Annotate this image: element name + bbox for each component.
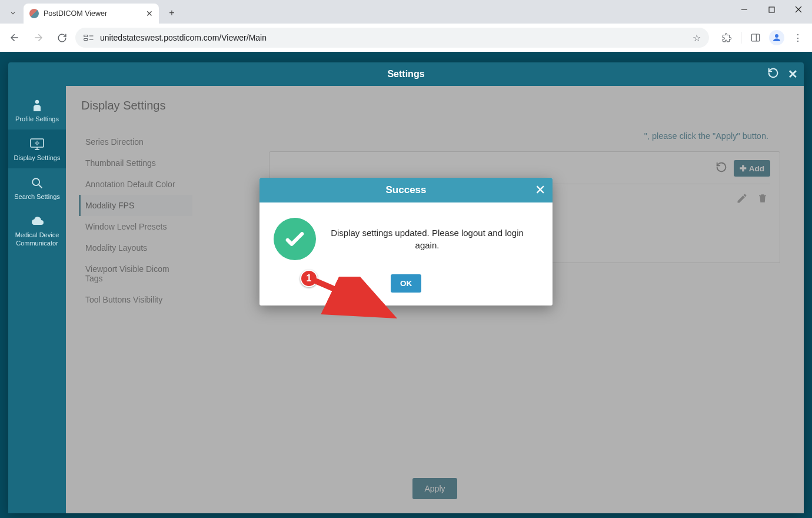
arrow-right-icon	[33, 32, 44, 43]
reload-button[interactable]	[52, 28, 72, 48]
browser-chrome: PostDICOM Viewer ✕ + unitedstateswest.po…	[0, 0, 812, 52]
svg-rect-12	[31, 139, 44, 147]
person-icon	[32, 98, 42, 113]
extensions-icon[interactable]	[717, 28, 736, 47]
tab-title: PostDICOM Viewer	[44, 9, 141, 18]
reload-icon	[57, 33, 67, 43]
nav-search-settings[interactable]: Search Settings	[8, 168, 66, 207]
search-icon	[31, 175, 44, 191]
success-dialog: Success ✕ Display settings updated. Plea…	[259, 178, 553, 306]
browser-menu-button[interactable]: ⋮	[788, 28, 807, 47]
nav-profile-settings[interactable]: Profile Settings	[8, 91, 66, 130]
favicon-icon	[29, 9, 39, 18]
svg-point-10	[775, 34, 778, 38]
forward-button[interactable]	[28, 28, 48, 48]
toolbar-right: ⋮	[713, 28, 807, 47]
svg-rect-8	[751, 34, 759, 41]
toolbar-separator	[741, 32, 741, 44]
nav-label: Search Settings	[14, 193, 60, 201]
svg-rect-1	[769, 7, 774, 12]
url-text: unitedstateswest.postdicom.com/Viewer/Ma…	[100, 33, 687, 42]
close-icon[interactable]: ✕	[146, 9, 153, 18]
sidepanel-icon[interactable]	[746, 28, 765, 47]
maximize-button[interactable]	[758, 0, 785, 19]
monitor-gear-icon	[29, 137, 45, 152]
dialog-header: Success ✕	[259, 178, 553, 202]
browser-tab[interactable]: PostDICOM Viewer ✕	[24, 4, 159, 24]
svg-point-20	[32, 178, 39, 185]
nav-label: Profile Settings	[15, 115, 59, 124]
new-tab-button[interactable]: +	[164, 5, 180, 21]
svg-rect-4	[84, 35, 88, 37]
settings-refresh-button[interactable]	[767, 67, 780, 82]
ok-button[interactable]: OK	[391, 274, 421, 293]
svg-point-11	[35, 100, 39, 104]
tab-strip: PostDICOM Viewer ✕ +	[0, 0, 812, 24]
profile-button[interactable]	[767, 28, 786, 47]
svg-rect-5	[84, 39, 88, 41]
settings-nav: Profile Settings Display Settings Search…	[8, 86, 66, 513]
svg-point-15	[36, 142, 38, 144]
dialog-close-button[interactable]: ✕	[535, 182, 545, 198]
site-info-icon[interactable]	[84, 34, 94, 42]
settings-title: Settings	[387, 69, 424, 79]
nav-medical-device-communicator[interactable]: Medical Device Communicator	[8, 207, 66, 254]
bookmark-star-icon[interactable]: ☆	[693, 32, 701, 44]
settings-header: Settings ✕	[8, 62, 804, 86]
dialog-message: Display settings updated. Please logout …	[328, 227, 538, 251]
back-button[interactable]	[5, 28, 25, 48]
dialog-body: Display settings updated. Please logout …	[259, 202, 553, 266]
chevron-down-icon	[9, 9, 17, 17]
settings-close-button[interactable]: ✕	[788, 67, 798, 81]
svg-line-21	[39, 184, 42, 188]
refresh-icon	[767, 67, 780, 79]
minimize-button[interactable]	[731, 0, 758, 19]
nav-display-settings[interactable]: Display Settings	[8, 130, 66, 168]
arrow-left-icon	[9, 32, 20, 43]
cloud-icon	[29, 214, 45, 229]
window-controls	[731, 0, 812, 19]
address-bar-row: unitedstateswest.postdicom.com/Viewer/Ma…	[0, 24, 812, 52]
window-close-button[interactable]	[785, 0, 812, 19]
nav-label: Medical Device Communicator	[11, 231, 64, 248]
address-bar[interactable]: unitedstateswest.postdicom.com/Viewer/Ma…	[75, 28, 709, 48]
success-check-icon	[274, 218, 316, 260]
app-area: Settings ✕ Profile Settings	[0, 52, 812, 518]
tab-search-dropdown[interactable]	[5, 5, 21, 21]
dialog-footer: OK	[259, 266, 553, 306]
nav-label: Display Settings	[14, 154, 61, 162]
dialog-title: Success	[386, 184, 427, 196]
profile-avatar-icon	[769, 30, 784, 45]
